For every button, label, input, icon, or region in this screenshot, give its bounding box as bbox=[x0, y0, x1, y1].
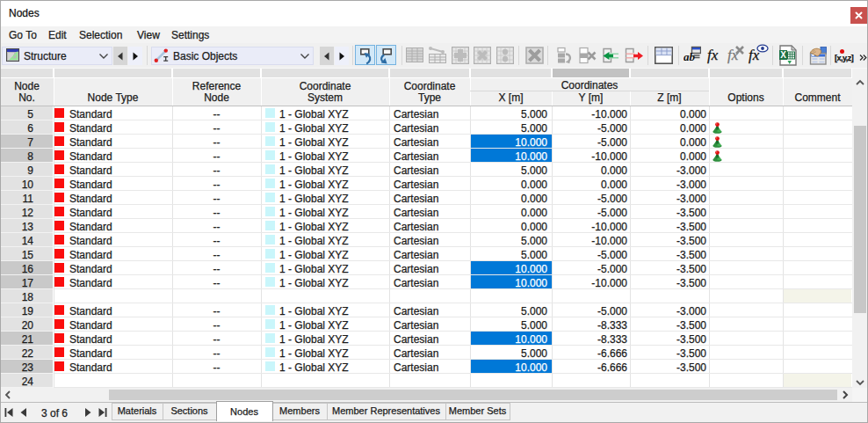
svg-text:X: X bbox=[780, 50, 786, 60]
svg-text:ab: ab bbox=[684, 50, 696, 63]
